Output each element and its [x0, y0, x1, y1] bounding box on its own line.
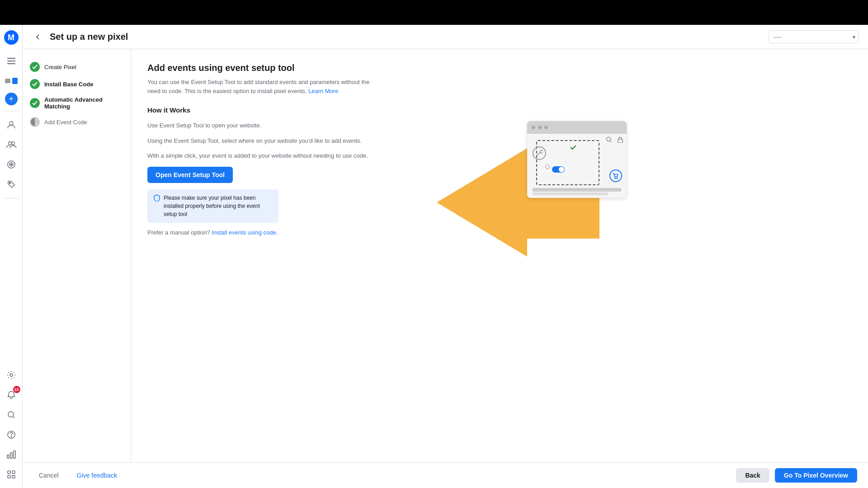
step-label-install-base-code: Install Base Code — [44, 81, 93, 88]
svg-rect-6 — [12, 78, 18, 84]
open-event-setup-tool-button[interactable]: Open Event Setup Tool — [147, 167, 233, 183]
svg-point-26 — [607, 137, 611, 141]
pixel-dropdown-wrapper: ---- ▾ — [769, 30, 859, 43]
warning-box: Please make sure your pixel has been ins… — [147, 189, 278, 223]
pixel-dropdown[interactable]: ---- — [769, 30, 859, 43]
content-description: You can use the Event Setup Tool to add … — [147, 78, 382, 95]
svg-rect-23 — [8, 475, 10, 478]
menu-icon[interactable] — [3, 53, 19, 69]
svg-rect-22 — [12, 471, 15, 474]
browser-dot-3 — [544, 126, 548, 129]
svg-point-12 — [10, 164, 12, 165]
step-icon-automatic-advanced-matching — [30, 98, 40, 108]
browser-toolbar — [527, 121, 627, 134]
step-label-automatic-advanced-matching: Automatic Advanced Matching — [44, 96, 123, 110]
step-label-add-event-code: Add Event Code — [44, 119, 87, 126]
browser-mockup — [527, 121, 627, 198]
svg-rect-19 — [10, 453, 12, 458]
chart-icon[interactable] — [3, 446, 19, 463]
svg-point-17 — [11, 436, 12, 437]
svg-point-28 — [615, 178, 616, 178]
how-it-works-left: Use Event Setup Tool to open your websit… — [147, 121, 419, 236]
step-icon-create-pixel — [30, 62, 40, 72]
stepper-sidebar: Create Pixel Install Base Code — [23, 49, 131, 462]
learn-more-link[interactable]: Learn More — [308, 88, 338, 94]
browser-dot-1 — [532, 126, 535, 129]
svg-point-29 — [617, 178, 618, 178]
step-add-event-code: Add Event Code — [30, 113, 123, 131]
step-icon-add-event-code — [30, 117, 40, 127]
svg-point-13 — [9, 183, 10, 184]
bottom-bar: Cancel Give feedback Back Go To Pixel Ov… — [23, 462, 868, 488]
svg-rect-2 — [7, 58, 15, 59]
divider-2 — [4, 198, 19, 198]
step-create-pixel: Create Pixel — [30, 58, 123, 75]
main-content: Set up a new pixel ---- ▾ — [23, 25, 868, 488]
help-icon[interactable] — [3, 427, 19, 443]
install-events-using-code-link[interactable]: Install events using code. — [212, 229, 278, 236]
divider-1 — [4, 111, 19, 111]
toggle-switch — [552, 166, 565, 173]
svg-rect-5 — [5, 79, 10, 83]
svg-point-7 — [9, 122, 13, 125]
browser-search-icon — [606, 136, 612, 143]
bottom-right-actions: Back Go To Pixel Overview — [736, 468, 857, 483]
illustration-area — [428, 121, 654, 257]
checkmark-icon — [570, 144, 576, 152]
page-title: Set up a new pixel — [50, 32, 128, 42]
go-to-pixel-overview-button[interactable]: Go To Pixel Overview — [775, 468, 857, 483]
svg-point-15 — [8, 412, 14, 417]
step-icon-install-base-code — [30, 79, 40, 89]
content-panel: Add events using event setup tool You ca… — [131, 49, 868, 462]
back-navigation-button[interactable] — [32, 31, 44, 43]
svg-point-9 — [11, 142, 14, 145]
cart-icon — [609, 169, 622, 182]
small-circle — [545, 164, 550, 169]
add-button[interactable]: + — [5, 93, 18, 105]
settings-icon[interactable] — [3, 367, 19, 383]
vision-logo[interactable] — [3, 73, 19, 89]
svg-rect-4 — [7, 63, 15, 64]
notification-badge: 10 — [13, 386, 20, 393]
step-text-3: With a simple click, your event is added… — [147, 151, 419, 160]
page-body: Create Pixel Install Base Code — [23, 49, 868, 462]
grid-icon[interactable] — [3, 466, 19, 483]
top-bar — [0, 0, 868, 25]
svg-rect-18 — [7, 455, 9, 458]
bottom-bar-2 — [533, 192, 609, 195]
step-install-base-code: Install Base Code — [30, 75, 123, 93]
tag-icon[interactable] — [3, 176, 19, 192]
give-feedback-button[interactable]: Give feedback — [71, 468, 123, 483]
svg-rect-20 — [14, 451, 15, 458]
header-left: Set up a new pixel — [32, 31, 128, 43]
left-sidebar: M + — [0, 25, 23, 488]
cancel-button[interactable]: Cancel — [33, 468, 64, 483]
notification-icon[interactable]: 10 — [3, 387, 19, 403]
browser-icons — [606, 136, 623, 143]
sidebar-bottom: 10 — [3, 367, 19, 488]
search-icon[interactable] — [3, 407, 19, 423]
page-header: Set up a new pixel ---- ▾ — [23, 25, 868, 49]
svg-rect-21 — [8, 471, 10, 474]
wrench-icon — [533, 146, 546, 160]
svg-rect-3 — [7, 61, 15, 61]
content-heading: Add events using event setup tool — [147, 63, 852, 73]
step-text-2: Using the Event Setup Tool, select where… — [147, 136, 419, 145]
browser-lock-icon — [618, 136, 623, 143]
svg-point-14 — [10, 374, 13, 376]
shield-icon — [154, 194, 160, 204]
browser-body — [527, 134, 627, 198]
svg-rect-24 — [12, 475, 15, 478]
warning-text: Please make sure your pixel has been ins… — [164, 194, 272, 218]
person-icon[interactable] — [3, 117, 19, 133]
step-label-create-pixel: Create Pixel — [44, 64, 76, 70]
back-button[interactable]: Back — [736, 468, 769, 483]
target-icon[interactable] — [3, 156, 19, 173]
bottom-left-actions: Cancel Give feedback — [33, 468, 123, 483]
svg-rect-27 — [618, 139, 623, 143]
selection-overlay — [536, 140, 599, 185]
how-it-works-title: How it Works — [147, 106, 852, 114]
step-text-1: Use Event Setup Tool to open your websit… — [147, 121, 419, 130]
header-right: ---- ▾ — [769, 30, 859, 43]
group-icon[interactable] — [3, 136, 19, 153]
